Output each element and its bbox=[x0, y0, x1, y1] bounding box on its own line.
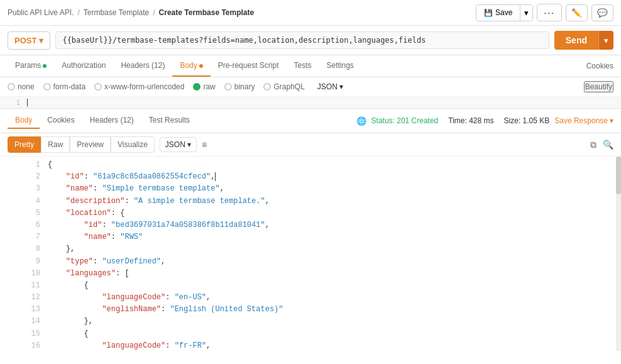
view-right-actions: ⧉ 🔍 bbox=[590, 140, 613, 150]
json-view-chevron: ▾ bbox=[187, 140, 191, 149]
method-select[interactable]: POST ▾ bbox=[8, 31, 50, 50]
tab-params[interactable]: Params bbox=[8, 55, 54, 77]
beautify-button[interactable]: Beautify bbox=[584, 81, 613, 92]
json-view-format-select[interactable]: JSON ▾ bbox=[160, 137, 197, 152]
save-dropdown-button[interactable]: ▾ bbox=[520, 5, 532, 21]
graphql-radio bbox=[263, 83, 271, 91]
raw-label: raw bbox=[203, 82, 215, 91]
format-form-data[interactable]: form-data bbox=[43, 82, 85, 91]
json-editor[interactable]: 1{ 2 "id": "61a9c8c85daa0862554cfecd", 3… bbox=[0, 157, 621, 351]
view-tab-preview[interactable]: Preview bbox=[70, 136, 111, 153]
raw-radio bbox=[193, 83, 201, 91]
json-line-4: 4 "description": "A simple termbase temp… bbox=[28, 196, 618, 207]
format-graphql[interactable]: GraphQL bbox=[263, 82, 304, 91]
tab-tests[interactable]: Tests bbox=[286, 55, 319, 77]
edit-icon-button[interactable]: ✏️ bbox=[566, 4, 588, 21]
breadcrumb-sep1: / bbox=[77, 8, 79, 17]
format-none[interactable]: none bbox=[8, 82, 35, 91]
json-line-3: 3 "name": "Simple termbase template", bbox=[28, 183, 618, 195]
breadcrumb: Public API Live API. / Termbase Template… bbox=[8, 8, 254, 17]
line-1-content: | bbox=[25, 98, 30, 107]
json-line-5: 5 "location": { bbox=[28, 207, 618, 219]
scrollbar-thumb[interactable] bbox=[616, 157, 621, 194]
edit-icon: ✏️ bbox=[571, 8, 582, 18]
line-number-bar: 1 | bbox=[0, 97, 621, 109]
response-tabs: Body Cookies Headers (12) Test Results bbox=[8, 113, 197, 129]
breadcrumb-sep2: / bbox=[153, 8, 155, 17]
scrollbar-track[interactable] bbox=[616, 157, 621, 351]
comment-icon-button[interactable]: 💬 bbox=[591, 4, 613, 21]
tab-settings[interactable]: Settings bbox=[319, 55, 361, 77]
view-tab-raw[interactable]: Raw bbox=[41, 136, 70, 153]
save-label: Save bbox=[495, 8, 512, 17]
save-button-group: 💾 Save ▾ bbox=[476, 4, 533, 21]
more-button[interactable]: ··· bbox=[537, 4, 562, 21]
resp-tab-cookies[interactable]: Cookies bbox=[40, 113, 82, 129]
send-dropdown-button[interactable]: ▾ bbox=[598, 31, 613, 50]
cookies-link[interactable]: Cookies bbox=[586, 56, 613, 76]
url-bar: POST ▾ {{baseUrl}}/termbase-templates?fi… bbox=[0, 26, 621, 55]
url-text: {{baseUrl}}/termbase-templates?fields=na… bbox=[62, 36, 426, 45]
urlencoded-radio bbox=[94, 83, 102, 91]
urlencoded-label: x-www-form-urlencoded bbox=[104, 82, 184, 91]
resp-tab-body[interactable]: Body bbox=[8, 113, 40, 129]
format-urlencoded[interactable]: x-www-form-urlencoded bbox=[94, 82, 184, 91]
url-input[interactable]: {{baseUrl}}/termbase-templates?fields=na… bbox=[55, 31, 549, 49]
copy-button[interactable]: ⧉ bbox=[590, 140, 596, 150]
json-line-15: 15 { bbox=[28, 328, 618, 340]
graphql-label: GraphQL bbox=[273, 82, 304, 91]
tab-headers[interactable]: Headers (12) bbox=[113, 55, 172, 77]
top-actions: 💾 Save ▾ ··· ✏️ 💬 bbox=[476, 4, 613, 21]
json-line-10: 10 "languages": [ bbox=[28, 268, 618, 280]
format-options: none form-data x-www-form-urlencoded raw… bbox=[8, 82, 343, 91]
json-format-label: JSON bbox=[317, 82, 338, 91]
form-data-radio bbox=[43, 83, 51, 91]
tab-body[interactable]: Body bbox=[172, 55, 210, 77]
breadcrumb-part1: Public API Live API. bbox=[8, 8, 74, 17]
json-line-14: 14 }, bbox=[28, 316, 618, 328]
view-tab-visualize[interactable]: Visualize bbox=[111, 136, 155, 153]
code-area: 1{ 2 "id": "61a9c8c85daa0862554cfecd", 3… bbox=[0, 157, 621, 351]
json-format-select[interactable]: JSON ▾ bbox=[317, 82, 343, 91]
format-binary[interactable]: binary bbox=[224, 82, 255, 91]
breadcrumb-current: Create Termbase Template bbox=[159, 8, 255, 17]
params-dot bbox=[43, 64, 47, 68]
request-tabs: Params Authorization Headers (12) Body P… bbox=[8, 55, 361, 77]
save-response-label: Save Response bbox=[554, 116, 608, 125]
comment-icon: 💬 bbox=[597, 8, 608, 18]
binary-radio bbox=[224, 83, 232, 91]
filter-icon[interactable]: ≡ bbox=[202, 140, 207, 150]
json-line-7: 7 "name": "RWS" bbox=[28, 231, 618, 243]
tab-authorization[interactable]: Authorization bbox=[54, 55, 113, 77]
json-line-13: 13 "englishName": "English (United State… bbox=[28, 304, 618, 316]
json-view-label: JSON bbox=[165, 140, 185, 149]
search-button[interactable]: 🔍 bbox=[603, 140, 613, 150]
resp-tab-test-results[interactable]: Test Results bbox=[141, 113, 197, 129]
format-raw[interactable]: raw bbox=[193, 82, 215, 91]
save-response-button[interactable]: Save Response ▾ bbox=[554, 116, 613, 125]
response-top: Body Cookies Headers (12) Test Results 🌐… bbox=[0, 109, 621, 133]
save-button[interactable]: 💾 Save bbox=[476, 5, 520, 20]
view-tab-pretty[interactable]: Pretty bbox=[8, 136, 41, 153]
network-icon: 🌐 bbox=[356, 116, 366, 126]
json-line-2: 2 "id": "61a9c8c85daa0862554cfecd", bbox=[28, 171, 618, 183]
tab-pre-request[interactable]: Pre-request Script bbox=[211, 55, 287, 77]
json-line-16: 16 "languageCode": "fr-FR", bbox=[28, 340, 618, 351]
json-line-12: 12 "languageCode": "en-US", bbox=[28, 292, 618, 304]
json-line-11: 11 { bbox=[28, 280, 618, 292]
view-options: Pretty Raw Preview Visualize JSON ▾ ≡ ⧉ … bbox=[0, 133, 621, 157]
response-status: Status: 201 Created bbox=[371, 116, 439, 125]
cursor bbox=[215, 172, 216, 181]
response-time: Time: 428 ms bbox=[448, 116, 493, 125]
view-tabs: Pretty Raw Preview Visualize bbox=[8, 136, 155, 153]
top-bar: Public API Live API. / Termbase Template… bbox=[0, 0, 621, 26]
send-button[interactable]: Send bbox=[554, 31, 598, 50]
breadcrumb-part2: Termbase Template bbox=[84, 8, 150, 17]
json-line-9: 9 "type": "userDefined", bbox=[28, 256, 618, 268]
resp-tab-headers[interactable]: Headers (12) bbox=[82, 113, 141, 129]
json-line-6: 6 "id": "bed3697031a74a058386f8b11da8104… bbox=[28, 219, 618, 231]
binary-label: binary bbox=[234, 82, 255, 91]
json-format-chevron: ▾ bbox=[339, 82, 343, 91]
method-label: POST bbox=[14, 36, 36, 45]
response-meta: 🌐 Status: 201 Created Time: 428 ms Size:… bbox=[356, 116, 613, 126]
